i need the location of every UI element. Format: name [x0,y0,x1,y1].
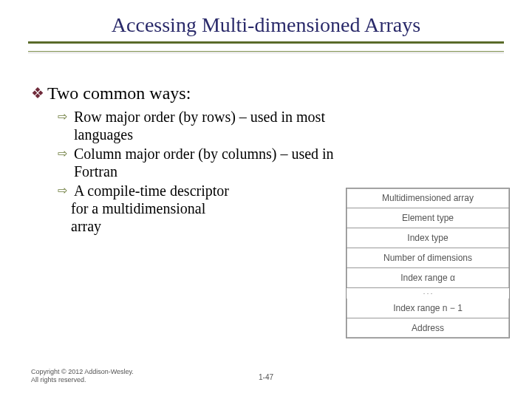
diamond-icon: ❖ [31,83,47,103]
bullet-level2: ⇨ A compile-time descriptor [58,182,353,200]
descriptor-row: Address [347,318,509,338]
title-underline [28,41,504,52]
arrow-icon: ⇨ [58,145,74,163]
slide-number: 1-47 [259,373,273,381]
descriptor-row: Number of dimensions [347,248,509,268]
descriptor-row: Element type [347,208,509,228]
bullet-level2: ⇨ Column major order (by columns) – used… [58,145,353,180]
copyright-text: Copyright © 2012 Addison-Wesley. All rig… [31,368,142,384]
sub-point-continuation: array [58,217,353,235]
descriptor-ellipsis: · · · [347,288,509,299]
sub-point-text: Column major order (by columns) – used i… [74,145,353,180]
sub-point-text: A compile-time descriptor [74,182,229,200]
main-point-text: Two common ways: [47,83,191,103]
sub-point-continuation: for a multidimensional [58,200,353,217]
slide-title: Accessing Multi-dimensioned Arrays [30,13,502,37]
descriptor-row: Index range α [347,268,509,288]
arrow-icon: ⇨ [58,108,74,126]
arrow-icon: ⇨ [58,182,74,200]
descriptor-row: Index range n − 1 [347,299,509,318]
descriptor-row: Multidimensioned array [347,188,509,208]
bullet-level2: ⇨ Row major order (by rows) – used in mo… [58,108,353,143]
sub-point-text: Row major order (by rows) – used in most… [74,108,353,143]
descriptor-table: Multidimensioned array Element type Inde… [346,188,510,338]
bullet-level1: ❖ Two common ways: [31,83,501,103]
descriptor-row: Index type [347,228,509,248]
